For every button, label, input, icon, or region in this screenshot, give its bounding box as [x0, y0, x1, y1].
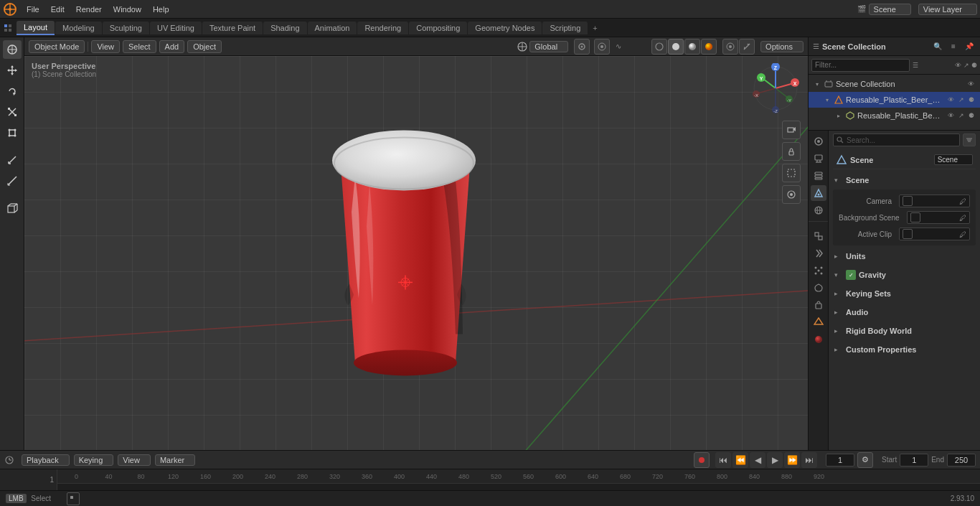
- cursor-tool-button[interactable]: [3, 40, 22, 59]
- outliner-search-input[interactable]: [811, 59, 910, 72]
- camera-eyedropper[interactable]: 🖊: [959, 197, 966, 205]
- keying-dropdown[interactable]: Keying: [74, 454, 114, 466]
- add-cube-button[interactable]: [3, 199, 22, 217]
- properties-filter-button[interactable]: [963, 133, 976, 146]
- menu-render[interactable]: Render: [71, 4, 107, 15]
- viewport-options-dropdown[interactable]: Options: [760, 41, 804, 52]
- row-eye-icon-3[interactable]: 👁: [946, 111, 956, 120]
- tab-animation[interactable]: Animation: [308, 22, 357, 34]
- step-forward-button[interactable]: ⏩: [784, 452, 800, 468]
- overlay-toggle-button[interactable]: [722, 39, 738, 55]
- view-dropdown[interactable]: View: [118, 454, 151, 466]
- camera-value-input[interactable]: 🖊: [899, 195, 970, 207]
- material-props-icon[interactable]: [811, 332, 826, 347]
- transform-tool-button[interactable]: [3, 123, 22, 142]
- properties-search-bar[interactable]: Search...: [833, 133, 960, 146]
- tab-compositing[interactable]: Compositing: [409, 22, 467, 34]
- play-button[interactable]: ▶: [767, 452, 783, 468]
- tab-sculpting[interactable]: Sculpting: [103, 22, 149, 34]
- keying-sets-section-header[interactable]: ▸ Keying Sets: [833, 286, 976, 301]
- units-section-header[interactable]: ▸ Units: [833, 248, 976, 264]
- data-props-icon[interactable]: [811, 314, 826, 330]
- outliner-filter-button[interactable]: ≡: [947, 40, 960, 53]
- audio-section-header[interactable]: ▸ Audio: [833, 304, 976, 320]
- scene-name-input[interactable]: Scene: [934, 154, 973, 165]
- gravity-section-header[interactable]: ▾ ✓ Gravity: [833, 267, 976, 283]
- viewport-object-menu[interactable]: Object: [187, 40, 222, 53]
- tab-geometry-nodes[interactable]: Geometry Nodes: [468, 22, 542, 34]
- scene-section-header[interactable]: ▾ Scene: [833, 172, 976, 188]
- jump-start-button[interactable]: ⏮: [715, 452, 731, 468]
- outliner-filter-icon[interactable]: ☰: [911, 61, 920, 70]
- row-render-icon[interactable]: ⚈: [967, 95, 976, 104]
- transform-orientation-dropdown[interactable]: Global: [529, 41, 568, 52]
- menu-file[interactable]: File: [22, 4, 44, 15]
- scene-props-icon[interactable]: [811, 185, 826, 201]
- view-layer-props-icon[interactable]: [811, 168, 826, 184]
- viewport-view-menu[interactable]: View: [91, 40, 120, 53]
- tab-modeling[interactable]: Modeling: [55, 22, 102, 34]
- solid-mode-button[interactable]: [668, 39, 684, 55]
- jump-end-button[interactable]: ⏭: [801, 452, 817, 468]
- row-eye-icon[interactable]: 👁: [966, 80, 976, 88]
- expand-icon-mesh[interactable]: ▸: [834, 111, 843, 120]
- frame-options-button[interactable]: ⚙: [857, 452, 873, 468]
- world-props-icon[interactable]: [811, 202, 826, 218]
- row-select-icon-3[interactable]: ↗: [957, 111, 966, 120]
- custom-props-section-header[interactable]: ▸ Custom Properties: [833, 342, 976, 357]
- gizmo-toggle-button[interactable]: [739, 39, 755, 55]
- add-workspace-button[interactable]: +: [588, 22, 601, 34]
- outliner-col-select[interactable]: ↗: [963, 62, 969, 69]
- active-clip-eyedropper[interactable]: 🖊: [959, 230, 966, 238]
- tab-uv-editing[interactable]: UV Editing: [150, 22, 202, 34]
- tab-rendering[interactable]: Rendering: [357, 22, 408, 34]
- object-props-icon[interactable]: [811, 228, 826, 244]
- frame-start-input[interactable]: 1: [900, 454, 928, 467]
- outliner-row-beer-mug-mesh[interactable]: ▸ Reusable_Plastic_Beer_M 👁 ↗ ⚈: [809, 108, 980, 123]
- snap-toggle[interactable]: [574, 39, 590, 55]
- annotate-tool-button[interactable]: [3, 151, 22, 169]
- scale-tool-button[interactable]: [3, 103, 22, 121]
- row-eye-icon-2[interactable]: 👁: [946, 95, 956, 104]
- play-back-button[interactable]: ◀: [750, 452, 765, 468]
- viewport-gizmo[interactable]: X Y Z -X: [750, 63, 801, 113]
- move-tool-button[interactable]: [3, 61, 22, 80]
- constraints-props-icon[interactable]: [811, 297, 826, 313]
- lock-camera-button[interactable]: [782, 142, 801, 161]
- outliner-search-button[interactable]: 🔍: [931, 40, 944, 53]
- viewport-select-menu[interactable]: Select: [123, 40, 156, 53]
- gravity-checkbox[interactable]: ✓: [846, 270, 856, 280]
- physics-props-icon[interactable]: [811, 280, 826, 296]
- show-overlays-button[interactable]: [782, 185, 801, 204]
- render-region-button[interactable]: [782, 164, 801, 182]
- tab-texture-paint[interactable]: Texture Paint: [202, 22, 263, 34]
- modifier-props-icon[interactable]: [811, 245, 826, 261]
- render-props-icon[interactable]: [811, 133, 826, 149]
- menu-window[interactable]: Window: [108, 4, 146, 15]
- bg-scene-value-input[interactable]: 🖊: [907, 211, 970, 224]
- rigid-body-section-header[interactable]: ▸ Rigid Body World: [833, 323, 976, 339]
- viewport-add-menu[interactable]: Add: [159, 40, 185, 53]
- rendered-mode-button[interactable]: [701, 39, 717, 55]
- tab-scripting[interactable]: Scripting: [542, 22, 588, 34]
- expand-icon-beer-mug[interactable]: ▾: [823, 95, 831, 104]
- marker-dropdown[interactable]: Marker: [155, 454, 195, 466]
- particles-props-icon[interactable]: [811, 263, 826, 278]
- view-layer-selector[interactable]: View Layer: [918, 4, 977, 15]
- scene-selector[interactable]: Scene: [869, 4, 911, 15]
- active-clip-value-input[interactable]: 🖊: [899, 228, 970, 240]
- record-button[interactable]: [694, 452, 710, 468]
- wireframe-mode-button[interactable]: [651, 39, 667, 55]
- tab-layout[interactable]: Layout: [17, 21, 55, 35]
- viewport-canvas[interactable]: X Y Z -X: [24, 56, 808, 450]
- current-frame-input[interactable]: 1: [826, 454, 854, 467]
- proportional-edit-toggle[interactable]: [594, 39, 610, 55]
- outliner-row-scene-collection[interactable]: ▾ Scene Collection 👁: [809, 76, 980, 92]
- camera-view-button[interactable]: [782, 121, 801, 139]
- row-render-icon-3[interactable]: ⚈: [967, 111, 976, 120]
- outliner-col-viewport[interactable]: 👁: [955, 62, 961, 69]
- rotate-tool-button[interactable]: [3, 82, 22, 100]
- step-back-button[interactable]: ⏪: [732, 452, 748, 468]
- frame-end-input[interactable]: 250: [947, 454, 976, 467]
- menu-help[interactable]: Help: [148, 4, 174, 15]
